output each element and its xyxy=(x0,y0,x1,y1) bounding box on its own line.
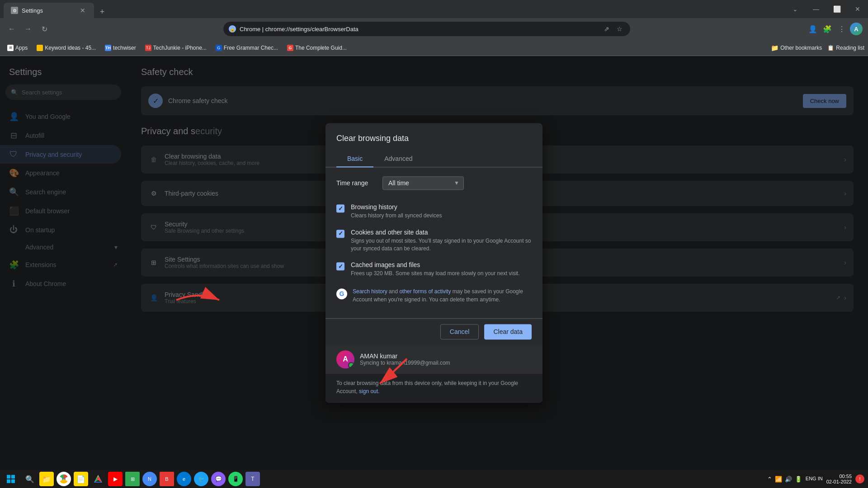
tab-basic[interactable]: Basic xyxy=(336,150,373,167)
cached-images-text: Cached images and files Frees up 320 MB.… xyxy=(351,262,532,278)
bookmark-techjunkie[interactable]: TJ TechJunkie - iPhone... xyxy=(142,43,210,53)
close-button[interactable]: ✕ xyxy=(847,0,868,18)
reading-icon: 📋 xyxy=(827,45,834,51)
google-info-row: G Search history and other forms of acti… xyxy=(336,282,532,310)
volume-icon[interactable]: 🔊 xyxy=(785,476,792,483)
account-button[interactable]: 👤 xyxy=(807,23,819,35)
taskbar-twitter[interactable]: 🐦 xyxy=(194,472,208,486)
taskbar-teams[interactable]: T xyxy=(245,472,260,486)
minimize-button[interactable]: — xyxy=(806,0,826,18)
bookmark-guide[interactable]: G The Complete Guid... xyxy=(283,43,350,53)
taskbar-search[interactable]: 🔍 xyxy=(22,472,38,486)
cookies-checkbox[interactable]: ✓ xyxy=(336,230,344,238)
bookmark-techwiser[interactable]: TH techwiser xyxy=(101,43,140,53)
dialog-body: Time range All time Last hour Last 24 ho… xyxy=(336,167,532,318)
profile-email: Syncing to kraman19999@gmail.com xyxy=(360,360,450,366)
bookmark-apps[interactable]: ⊞ Apps xyxy=(4,43,31,53)
active-tab[interactable]: ⚙ Settings ✕ xyxy=(4,3,94,18)
bookmark-keyword[interactable]: Keyword ideas - 45... xyxy=(33,43,99,53)
cancel-button[interactable]: Cancel xyxy=(440,324,479,340)
time-range-select[interactable]: All time Last hour Last 24 hours Last 7 … xyxy=(382,176,464,190)
reading-list[interactable]: 📋 Reading list xyxy=(827,45,864,51)
profile-picture: A xyxy=(336,351,354,369)
grammarly-label: Free Grammar Chec... xyxy=(224,45,278,51)
url-bar[interactable]: 🔒 Chrome | chrome://settings/clearBrowse… xyxy=(223,22,630,36)
win-sq-1 xyxy=(7,475,10,479)
profile-avatar[interactable]: A xyxy=(850,23,863,35)
system-tray: ⌃ 📶 🔊 🔋 xyxy=(767,476,802,483)
date-display: 02-01-2022 xyxy=(826,479,852,484)
settings-button[interactable]: ⋮ xyxy=(835,23,848,35)
keyword-favicon xyxy=(37,45,43,51)
taskbar: 🔍 📁 📄 ▶ ⊞ N B e 🐦 💬 xyxy=(0,470,868,488)
battery-icon[interactable]: 🔋 xyxy=(795,476,802,483)
browsing-history-checkbox[interactable]: ✓ xyxy=(336,204,344,212)
apps-favicon: ⊞ xyxy=(7,45,14,51)
new-tab-button[interactable]: + xyxy=(96,5,108,18)
bookmark-grammarly[interactable]: G Free Grammar Chec... xyxy=(212,43,282,53)
tab-advanced[interactable]: Advanced xyxy=(373,150,423,167)
sync-badge xyxy=(348,362,354,369)
taskbar-files[interactable]: 📁 xyxy=(39,472,54,486)
wifi-icon[interactable]: 📶 xyxy=(775,476,782,483)
notification-icon[interactable]: ! xyxy=(855,474,864,483)
back-button[interactable]: ← xyxy=(5,23,18,35)
taskbar-clock[interactable]: 00:55 02-01-2022 xyxy=(826,474,852,484)
guide-label: The Complete Guid... xyxy=(295,45,347,51)
techjunkie-label: TechJunkie - iPhone... xyxy=(153,45,207,51)
refresh-button[interactable]: ↻ xyxy=(38,23,51,35)
bookmarks-bar: ⊞ Apps Keyword ideas - 45... TH techwise… xyxy=(0,40,868,56)
other-forms-link[interactable]: other forms of activity xyxy=(399,289,451,295)
addressbar: ← → ↻ 🔒 Chrome | chrome://settings/clear… xyxy=(0,18,868,40)
taskbar-whatsapp[interactable]: 📱 xyxy=(228,472,243,486)
extensions-button[interactable]: 🧩 xyxy=(821,23,834,35)
cookies-row: ✓ Cookies and other site data Signs you … xyxy=(336,224,532,257)
taskbar-chrome[interactable] xyxy=(57,472,71,486)
lang-text: ENG IN xyxy=(806,476,823,482)
techwiser-label: techwiser xyxy=(113,45,136,51)
url-actions: ⇗ ☆ xyxy=(601,23,625,34)
cached-images-checkbox[interactable]: ✓ xyxy=(336,263,344,271)
tab-close-button[interactable]: ✕ xyxy=(79,6,87,14)
content-body: Settings 🔍 Search settings 👤 You and Goo… xyxy=(0,56,868,470)
taskbar-files2[interactable]: 📄 xyxy=(74,472,88,486)
signout-link[interactable]: sign out. xyxy=(359,389,379,395)
taskbar-edge[interactable]: e xyxy=(177,472,191,486)
keyword-label: Keyword ideas - 45... xyxy=(45,45,96,51)
taskbar-nordvpn[interactable]: N xyxy=(142,472,157,486)
profile-name: AMAN kumar xyxy=(360,353,450,360)
lang-indicator[interactable]: ENG IN xyxy=(806,476,823,482)
taskbar-youtube[interactable]: ▶ xyxy=(108,472,123,486)
forward-button[interactable]: → xyxy=(22,23,34,35)
start-button[interactable] xyxy=(4,472,18,486)
overflow-button[interactable]: ⌄ xyxy=(785,0,806,18)
guide-favicon: G xyxy=(287,45,293,51)
search-history-link[interactable]: Search history xyxy=(353,289,387,295)
bookmark-button[interactable]: ☆ xyxy=(614,23,625,34)
taskbar-bitdefender[interactable]: B xyxy=(160,472,174,486)
taskbar-gdrive[interactable] xyxy=(91,472,105,486)
time-range-label: Time range xyxy=(336,179,377,187)
clear-data-button[interactable]: Clear data xyxy=(484,324,532,340)
other-bookmarks[interactable]: 📁 Other bookmarks xyxy=(771,44,822,52)
cached-images-title: Cached images and files xyxy=(351,262,532,269)
time-range-wrapper: All time Last hour Last 24 hours Last 7 … xyxy=(382,176,464,190)
check-mark-2: ✓ xyxy=(338,230,343,237)
chevron-up-icon[interactable]: ⌃ xyxy=(767,476,772,483)
cookies-title: Cookies and other site data xyxy=(351,229,532,236)
signout-section: To clear browsing data from this device … xyxy=(326,374,542,403)
tab-strip: ⚙ Settings ✕ + xyxy=(0,0,108,18)
taskbar-sheets[interactable]: ⊞ xyxy=(125,472,140,486)
maximize-button[interactable]: ⬜ xyxy=(826,0,847,18)
dialog-title: Clear browsing data xyxy=(336,134,532,143)
dialog-tabs: Basic Advanced xyxy=(326,150,542,167)
google-g-icon: G xyxy=(336,289,347,300)
google-g-text: G xyxy=(340,291,344,298)
tab-title: Settings xyxy=(22,7,75,14)
share-button[interactable]: ⇗ xyxy=(601,23,612,34)
titlebar-controls: ⌄ — ⬜ ✕ xyxy=(785,0,868,18)
win-sq-2 xyxy=(11,475,15,479)
grammarly-favicon: G xyxy=(216,45,222,51)
taskbar-messaging[interactable]: 💬 xyxy=(211,472,226,486)
url-text: Chrome | chrome://settings/clearBrowserD… xyxy=(240,26,359,33)
